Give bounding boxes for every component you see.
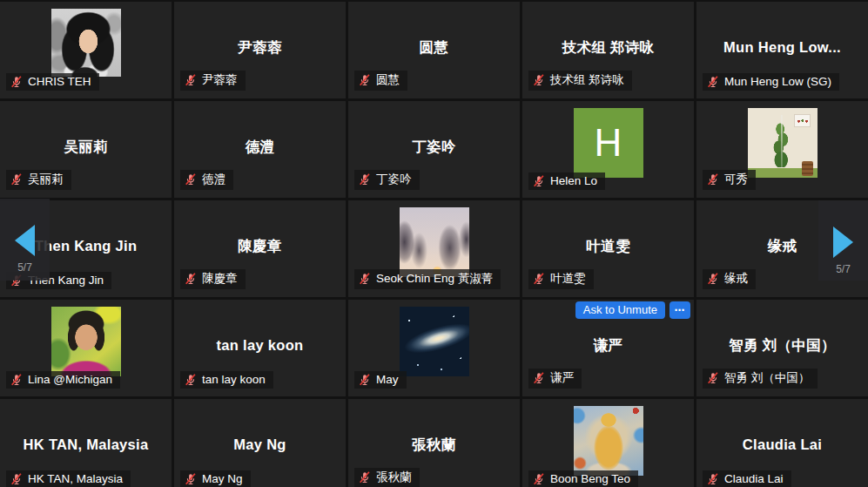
wall-picture [794,114,811,127]
participant-nameplate: 技术组 郑诗咏 [528,71,632,91]
participant-name-label: 丁姿吟 [376,172,412,187]
more-options-button[interactable]: ⋯ [670,301,690,319]
muted-mic-icon [10,76,23,88]
participant-tile-lina[interactable]: Lina @Michigan [0,300,172,396]
participant-tile[interactable]: May Ng May Ng [174,399,346,487]
muted-mic-icon [185,374,197,386]
right-arrow-icon [833,227,853,258]
avatar: H [574,108,643,178]
participant-tile[interactable]: tan lay koon tan lay koon [174,300,346,396]
muted-mic-icon [185,473,197,485]
muted-mic-icon [185,74,197,86]
previous-page-button[interactable]: 5/7 [0,199,50,281]
participant-nameplate: 缘戒 [703,269,756,289]
participant-name-label: May Ng [202,472,243,485]
participant-nameplate: Boon Beng Teo [528,470,638,487]
muted-mic-icon [707,473,719,485]
participant-name-label: Claudia Lai [724,472,784,485]
muted-mic-icon [533,372,545,384]
participant-tile[interactable]: 張秋蘭 張秋蘭 [348,399,520,487]
participant-name-label: May [376,373,399,386]
basket [802,161,813,176]
muted-mic-icon [707,76,719,88]
participant-name-label: HK TAN, Malaysia [28,472,123,485]
participant-name-label: tan lay koon [202,373,266,386]
participant-nameplate: 陳慶章 [180,269,246,289]
participant-nameplate: Claudia Lai [703,470,791,487]
participant-nameplate: 德澧 [180,170,233,190]
participant-nameplate: Lina @Michigan [6,371,120,389]
participant-tile[interactable]: 陳慶章 陳慶章 [174,200,346,297]
muted-mic-icon [533,473,545,485]
participant-name-label: Boon Beng Teo [550,472,630,485]
participant-nameplate: 谦严 [528,369,582,389]
muted-mic-icon [185,273,197,285]
ask-to-unmute-button[interactable]: Ask to Unmute [575,301,665,319]
participant-nameplate: tan lay koon [180,371,273,389]
participant-tile[interactable]: 尹蓉蓉 尹蓉蓉 [174,2,346,98]
participant-name-label: Lina @Michigan [28,373,112,386]
participant-name-label: 可秀 [724,172,748,187]
muted-mic-icon [707,372,719,384]
participant-nameplate: Helen Lo [528,172,605,190]
meeting-gallery: CHRIS TEH 尹蓉蓉 尹蓉蓉 圆慧 圆慧 技术组 郑诗咏 技术组 郑诗咏 [0,0,868,487]
gallery-grid: CHRIS TEH 尹蓉蓉 尹蓉蓉 圆慧 圆慧 技术组 郑诗咏 技术组 郑诗咏 [0,0,868,487]
participant-tile-qianyan[interactable]: Ask to Unmute ⋯ 谦严 谦严 [522,300,694,396]
participant-nameplate: Seok Chin Eng 黃淑菁 [354,269,501,289]
participant-name-label: 叶道雯 [550,271,586,287]
video-thumbnail [51,307,121,376]
participant-tile[interactable]: 叶道雯 叶道雯 [522,200,694,297]
participant-nameplate: 圆慧 [354,71,407,91]
muted-mic-icon [359,374,371,386]
participant-name-label: Helen Lo [550,174,597,187]
participant-tile[interactable]: 德澧 德澧 [174,101,346,198]
participant-name-label: 吴丽莉 [28,172,64,187]
participant-name-label: 谦严 [550,370,574,386]
participant-tile[interactable]: 技术组 郑诗咏 技术组 郑诗咏 [522,2,694,98]
participant-tile[interactable]: 圆慧 圆慧 [348,2,520,98]
participant-nameplate: HK TAN, Malaysia [6,470,131,487]
participant-nameplate: 尹蓉蓉 [180,71,246,91]
participant-tile-seok-chin-eng[interactable]: Seok Chin Eng 黃淑菁 [348,200,520,297]
muted-mic-icon [533,74,545,86]
video-thumbnail [51,9,121,77]
unmute-controls: Ask to Unmute ⋯ [575,301,690,319]
participant-tile-ke-xiu[interactable]: 可秀 [696,101,868,198]
participant-tile[interactable]: 吴丽莉 吴丽莉 [0,101,172,198]
muted-mic-icon [10,473,23,485]
muted-mic-icon [533,273,545,285]
participant-name-label: 張秋蘭 [376,470,412,485]
left-arrow-icon [15,225,35,256]
next-page-button[interactable]: 5/7 [818,200,868,281]
video-thumbnail [748,108,818,178]
participant-tile-may[interactable]: May [348,300,520,396]
participant-tile-helen-lo[interactable]: H Helen Lo [522,101,694,198]
participant-name-label: 德澧 [202,172,225,187]
muted-mic-icon [359,273,371,285]
participant-nameplate: Mun Heng Low (SG) [703,73,839,91]
participant-nameplate: CHRIS TEH [6,73,99,91]
participant-nameplate: May [354,371,407,389]
participant-tile[interactable]: 丁姿吟 丁姿吟 [348,101,520,198]
participant-tile[interactable]: Claudia Lai Claudia Lai [696,399,868,487]
video-thumbnail [400,207,469,277]
video-thumbnail [574,406,643,476]
muted-mic-icon [707,173,719,186]
muted-mic-icon [359,173,371,186]
participant-name-label: Mun Heng Low (SG) [724,75,831,88]
participant-name-label: 圆慧 [376,72,400,88]
muted-mic-icon [10,374,23,386]
video-thumbnail [400,307,469,376]
participant-tile-chris-teh[interactable]: CHRIS TEH [0,2,172,98]
muted-mic-icon [533,175,545,187]
participant-name-label: 陳慶章 [202,271,238,287]
participant-tile-boon-beng-teo[interactable]: Boon Beng Teo [522,399,694,487]
participant-name-label: 智勇 刘（中国） [724,370,810,386]
participant-tile[interactable]: Mun Heng Low... Mun Heng Low (SG) [696,2,868,98]
participant-tile[interactable]: HK TAN, Malaysia HK TAN, Malaysia [0,399,172,487]
page-indicator: 5/7 [17,261,32,274]
participant-tile[interactable]: 智勇 刘（中国） 智勇 刘（中国） [696,300,868,396]
muted-mic-icon [185,173,197,186]
participant-name-label: CHRIS TEH [28,75,91,88]
page-indicator: 5/7 [836,263,851,275]
